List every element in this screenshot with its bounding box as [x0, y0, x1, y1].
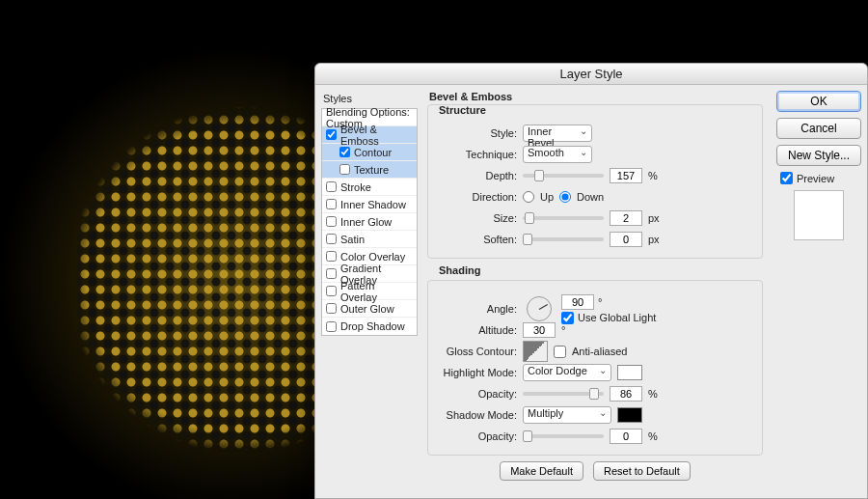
effect-row-drop-shadow[interactable]: Drop Shadow: [322, 318, 417, 335]
size-unit: px: [648, 212, 660, 224]
style-select[interactable]: Inner Bevel: [523, 125, 592, 142]
effect-checkbox[interactable]: [326, 251, 337, 262]
highlight-opacity-slider[interactable]: [523, 392, 604, 396]
angle-dial[interactable]: [527, 296, 552, 321]
direction-down-radio[interactable]: [559, 191, 571, 203]
effect-row-satin[interactable]: Satin: [322, 231, 417, 248]
angle-label: Angle:: [436, 303, 517, 315]
effect-row-inner-glow[interactable]: Inner Glow: [322, 213, 417, 231]
cancel-button[interactable]: Cancel: [776, 118, 861, 139]
structure-group: Style: Inner Bevel Technique: Smooth Dep…: [427, 104, 763, 259]
depth-unit: %: [648, 170, 658, 181]
highlight-mode-label: Highlight Mode:: [436, 367, 517, 378]
gloss-label: Gloss Contour:: [436, 346, 517, 357]
highlight-mode-select[interactable]: Color Dodge: [523, 364, 611, 381]
highlight-opacity-input[interactable]: [610, 386, 642, 402]
effect-row-inner-shadow[interactable]: Inner Shadow: [322, 196, 417, 213]
shadow-opacity-input[interactable]: [610, 429, 642, 444]
technique-label: Technique:: [436, 149, 517, 160]
effect-label: Inner Shadow: [340, 199, 406, 210]
direction-label: Direction:: [436, 191, 517, 203]
style-label: Style:: [436, 127, 517, 139]
preview-toggle[interactable]: Preview: [780, 172, 861, 184]
gloss-contour-picker[interactable]: [523, 341, 548, 362]
styles-label[interactable]: Styles: [323, 93, 418, 104]
global-light-row[interactable]: Use Global Light: [561, 312, 656, 324]
depth-input[interactable]: [610, 168, 642, 183]
effect-label: Pattern Overlay: [340, 280, 413, 303]
options-column: Bevel & Emboss Structure Style: Inner Be…: [423, 85, 771, 498]
effect-label: Inner Glow: [340, 216, 392, 228]
preview-swatch: [794, 190, 844, 240]
highlight-color-swatch[interactable]: [617, 365, 642, 380]
effect-label: Contour: [354, 147, 392, 158]
soften-input[interactable]: [610, 232, 642, 247]
effect-label: Color Overlay: [340, 251, 405, 263]
effect-checkbox[interactable]: [326, 216, 337, 227]
effect-row-bevel-emboss[interactable]: Bevel & Emboss: [322, 126, 417, 144]
depth-slider[interactable]: [523, 174, 604, 178]
effect-label: Texture: [354, 164, 389, 176]
size-label: Size:: [436, 212, 517, 224]
effect-checkbox[interactable]: [326, 303, 337, 314]
make-default-button[interactable]: Make Default: [500, 461, 583, 481]
effect-checkbox[interactable]: [339, 164, 350, 175]
effects-list: Blending Options: Custom Bevel & EmbossC…: [321, 108, 418, 336]
effects-column: Styles Blending Options: Custom Bevel & …: [315, 85, 423, 498]
shading-group: Angle: ° Use Global Light Altitude:: [427, 280, 763, 456]
shadow-opacity-slider[interactable]: [523, 434, 604, 438]
effect-checkbox[interactable]: [326, 321, 337, 332]
shadow-mode-select[interactable]: Multiply: [523, 406, 611, 424]
effect-checkbox[interactable]: [326, 181, 337, 192]
new-style-button[interactable]: New Style...: [776, 145, 861, 166]
altitude-input[interactable]: [523, 322, 556, 338]
size-slider[interactable]: [523, 216, 604, 220]
shading-label: Shading: [439, 264, 763, 276]
effect-label: Satin: [340, 234, 365, 245]
effect-row-stroke[interactable]: Stroke: [322, 179, 417, 196]
effect-checkbox[interactable]: [326, 268, 337, 279]
effect-row-contour[interactable]: Contour: [322, 144, 417, 161]
altitude-label: Altitude:: [436, 324, 517, 336]
effect-row-pattern-overlay[interactable]: Pattern Overlay: [322, 283, 417, 300]
effect-label: Drop Shadow: [340, 320, 405, 332]
shadow-color-swatch[interactable]: [617, 407, 642, 423]
highlight-opacity-label: Opacity:: [436, 388, 517, 400]
global-light-checkbox[interactable]: [561, 312, 574, 324]
soften-unit: px: [648, 234, 660, 245]
layer-style-dialog: Layer Style Styles Blending Options: Cus…: [314, 63, 868, 499]
effect-row-texture[interactable]: Texture: [322, 161, 417, 179]
effect-checkbox[interactable]: [339, 147, 350, 157]
technique-select[interactable]: Smooth: [523, 146, 592, 163]
soften-label: Soften:: [436, 234, 517, 245]
preview-checkbox[interactable]: [780, 172, 793, 184]
effect-checkbox[interactable]: [326, 199, 337, 209]
dialog-buttons-column: OK Cancel New Style... Preview: [771, 85, 867, 498]
soften-slider[interactable]: [523, 237, 604, 241]
angle-input[interactable]: [561, 294, 594, 310]
section-title: Bevel & Emboss: [429, 91, 763, 102]
effect-label: Bevel & Emboss: [340, 124, 413, 147]
shadow-mode-label: Shadow Mode:: [436, 409, 517, 421]
ok-button[interactable]: OK: [776, 91, 861, 112]
shadow-opacity-label: Opacity:: [436, 430, 517, 442]
effect-checkbox[interactable]: [326, 129, 337, 140]
dialog-title: Layer Style: [315, 64, 867, 85]
effect-checkbox[interactable]: [326, 286, 337, 296]
depth-label: Depth:: [436, 170, 517, 181]
effect-label: Outer Glow: [340, 303, 394, 315]
size-input[interactable]: [610, 210, 642, 226]
reset-default-button[interactable]: Reset to Default: [593, 461, 691, 481]
anti-aliased-checkbox[interactable]: [554, 346, 566, 358]
effect-label: Stroke: [340, 181, 371, 193]
effect-row-outer-glow[interactable]: Outer Glow: [322, 300, 417, 318]
effect-checkbox[interactable]: [326, 234, 337, 244]
direction-up-radio[interactable]: [523, 191, 534, 203]
